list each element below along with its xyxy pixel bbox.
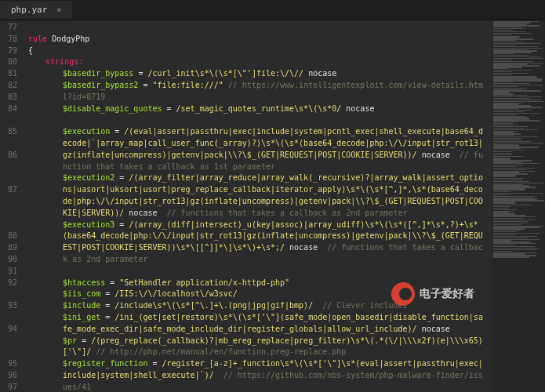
line-number: 91 [3,266,17,278]
close-icon[interactable]: × [56,5,61,14]
line-number: 83 [3,92,17,103]
tab-filename: php.yar [11,5,47,15]
tab-php-yar[interactable]: php.yar × [0,1,73,19]
line-number-gutter: 7778798081828384 85 86 87 8889909192 93 … [0,20,24,392]
line-number: 79 [3,45,17,57]
line-number: 92 [3,278,17,289]
code-line: { [24,45,486,57]
line-number: 82 [3,80,17,92]
line-number [3,289,17,300]
line-number [3,208,17,220]
code-line: $pr = /(preg_replace(_callback)?|mb_ereg… [24,336,486,359]
line-number: 97 [3,382,17,392]
line-number: 90 [3,254,17,266]
code-line: $register_function = /register_[a-z]+_fu… [24,358,486,392]
line-number: 94 [3,324,17,336]
line-number [3,336,17,347]
code-line: $execution2 = /(array_filter|array_reduc… [24,172,486,219]
line-number: 87 [3,184,17,196]
line-number [3,172,17,184]
code-line [24,114,486,126]
line-number: 85 [3,126,17,138]
editor: 7778798081828384 85 86 87 8889909192 93 … [0,20,545,392]
line-number: 80 [3,56,17,68]
line-number [3,220,17,231]
line-number [3,162,17,173]
watermark-text: 电子爱好者 [420,287,474,301]
line-number: 84 [3,103,17,115]
code-line [24,22,486,34]
line-number: 93 [3,300,17,312]
line-number: 81 [3,68,17,80]
line-number [3,138,17,150]
line-number [3,312,17,324]
code-area[interactable]: rule DodgyPhp{strings:$basedir_bypass = … [24,20,545,392]
code-line: $execution = /(eval|assert|passthru|exec… [24,126,486,172]
line-number: 89 [3,242,17,254]
code-line [24,266,486,278]
line-number: 88 [3,230,17,242]
code-line: strings: [24,56,486,68]
line-number: 95 [3,358,17,370]
code-line: $basedir_bypass = /curl_init\s*\(\s*[\"'… [24,68,486,80]
line-number: 77 [3,22,17,34]
line-number [3,347,17,358]
code-line: $disable_magic_quotes = /set_magic_quote… [24,103,486,115]
code-line: rule DodgyPhp [24,34,486,45]
watermark-logo-icon [391,282,415,306]
tab-bar: php.yar × [0,0,545,20]
code-line: $ini_get = /ini_(get|set|restore)\s*\(\s… [24,312,486,336]
line-number: 78 [3,34,17,45]
line-number: 86 [3,150,17,162]
line-number [3,196,17,208]
line-number [3,114,17,126]
code-line: $execution3 = /(array_(diff|intersect)_u… [24,220,486,266]
line-number: 96 [3,370,17,382]
watermark: 电子爱好者 [391,282,474,306]
code-line: $basedir_bypass2 = "file:file:///" // ht… [24,80,486,103]
